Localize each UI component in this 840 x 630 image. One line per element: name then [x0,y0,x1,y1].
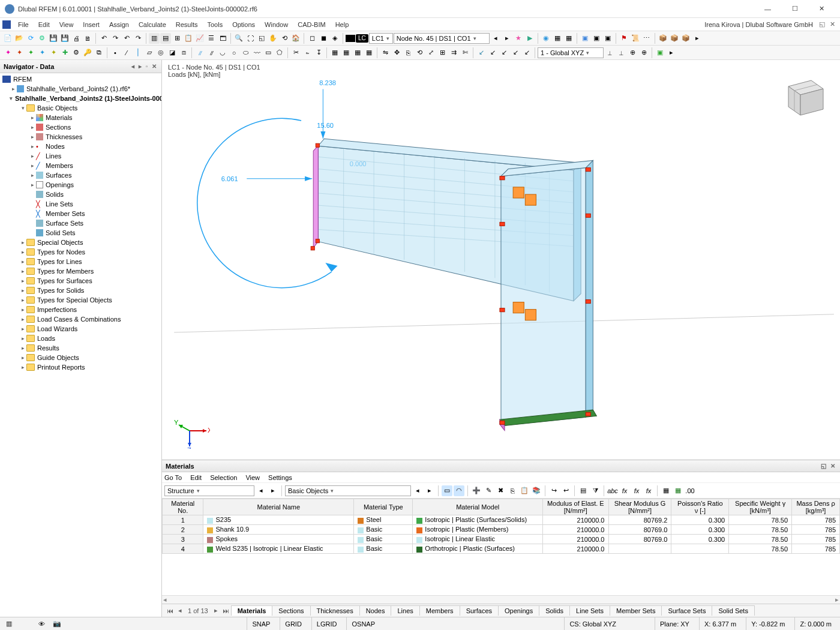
table-icon[interactable]: ⊞ [172,33,182,44]
open-icon[interactable]: 📂 [14,33,25,44]
t2-ax1-icon[interactable]: ↙ [476,47,487,58]
prev-lc-icon[interactable]: ◂ [490,33,501,44]
iso-icon[interactable]: ◈ [329,33,340,44]
overflow-icon[interactable]: ▸ [692,33,703,44]
col-g[interactable]: Shear Modulus G [N/mm²] [608,499,671,515]
menu-options[interactable]: Options [227,20,260,29]
t2-break-icon[interactable]: ✂ [290,47,301,58]
box3-icon[interactable]: 📦 [680,33,691,44]
t2-star1-icon[interactable]: ✦ [2,47,13,58]
t2-cfg-icon[interactable]: ⚙ [71,47,82,58]
mt-next-icon[interactable]: ▸ [268,485,278,496]
tree-types-lines[interactable]: ▸Types for Lines [0,257,161,266]
mt-imp-icon[interactable]: ↩ [560,485,571,496]
menu-cadbim[interactable]: CAD-BIM [293,20,330,29]
chart-icon[interactable]: 📈 [194,33,205,44]
t2-node-icon[interactable]: • [110,47,121,58]
tab-materials[interactable]: Materials [231,605,273,616]
t2-array-icon[interactable]: ⊞ [437,47,448,58]
mt-sel-icon[interactable]: ▭ [442,485,452,496]
close-button[interactable]: ✕ [808,1,835,17]
panel2-icon[interactable]: ▤ [160,33,171,44]
tab-linesets[interactable]: Line Sets [569,605,610,616]
mt-copy-icon[interactable]: ⎘ [507,485,518,496]
mt-filter-icon[interactable]: ⧩ [590,485,601,496]
tree-special[interactable]: ▸Special Objects [0,238,161,247]
materials-menu-view[interactable]: View [245,474,260,481]
col-v[interactable]: Poisson's Ratio ν [-] [671,499,729,515]
tree-imperfections[interactable]: ▸Imperfections [0,305,161,314]
t2-grid2-icon[interactable]: ▦ [341,47,352,58]
status-panel-icon[interactable]: ▥ [4,619,14,629]
t2-arc-icon[interactable]: ◡ [217,47,228,58]
mt-lib-icon[interactable]: 📚 [531,485,542,496]
cube1-icon[interactable]: ◉ [541,33,551,44]
t2-spline-icon[interactable]: 〰 [251,47,262,58]
maximize-button[interactable]: ☐ [781,1,808,17]
table-row[interactable]: 1 S235 Steel Isotropic | Plastic (Surfac… [163,515,840,525]
t2-circle-icon[interactable]: ○ [229,47,239,58]
t2-ext-icon[interactable]: ↧ [313,47,324,58]
view-cube[interactable] [776,72,829,120]
materials-menu-selection[interactable]: Selection [210,474,237,481]
t2-cs4-icon[interactable]: ⊕ [638,47,649,58]
gear-icon[interactable]: ⚙ [37,33,47,44]
t2-key-icon[interactable]: 🔑 [82,47,93,58]
status-osnap[interactable]: OSNAP [346,617,380,630]
mt-add-icon[interactable]: ➕ [471,485,482,496]
tree-loadcases[interactable]: ▸Load Cases & Combinations [0,314,161,324]
script-icon[interactable]: 📜 [630,33,641,44]
tree-members[interactable]: ▸╱Members [0,161,161,170]
star-icon[interactable]: ★ [513,33,524,44]
more-icon[interactable]: ⋯ [641,33,652,44]
eye-icon[interactable]: 👁 [36,619,47,629]
mt-next2-icon[interactable]: ▸ [424,485,435,496]
t2-trim-icon[interactable]: ✄ [460,47,470,58]
tree-types-members[interactable]: ▸Types for Members [0,266,161,276]
doc-icon[interactable]: 🗎 [82,33,93,44]
menu-insert[interactable]: Insert [78,20,104,29]
t2-move-icon[interactable]: ✥ [391,47,402,58]
rotate-icon[interactable]: ⟲ [279,33,290,44]
redo-icon[interactable]: ↷ [110,33,121,44]
mt-fx3-icon[interactable]: fx [631,485,642,496]
render2-icon[interactable]: ▣ [591,33,602,44]
t2-star4-icon[interactable]: ✦ [37,47,47,58]
new-icon[interactable]: 📄 [2,33,13,44]
t2-rect-icon[interactable]: ▭ [263,47,274,58]
tab-membersets[interactable]: Member Sets [610,605,662,616]
box1-icon[interactable]: 📦 [658,33,668,44]
t2-cs3-icon[interactable]: ⊕ [627,47,638,58]
mt-lasso-icon[interactable]: ◠ [454,485,464,496]
menu-window[interactable]: Window [260,20,293,29]
menu-help[interactable]: Help [331,20,354,29]
t2-grid1-icon[interactable]: ▦ [329,47,340,58]
col-name[interactable]: Material Name [203,499,354,515]
mt-exp-icon[interactable]: ↪ [548,485,559,496]
print-icon[interactable]: 🖨 [71,33,82,44]
refresh-icon[interactable]: ⟳ [25,33,36,44]
color-swatch[interactable] [346,35,355,42]
t2-filter-icon[interactable]: ⧉ [94,47,104,58]
tree-solidsets[interactable]: Solid Sets [0,228,161,238]
tree-openings[interactable]: ▸Openings [0,180,161,190]
menu-edit[interactable]: Edit [34,20,55,29]
col-no[interactable]: Material No. [163,499,203,515]
mt-view-icon[interactable]: ▤ [578,485,589,496]
menu-view[interactable]: View [55,20,79,29]
tree-lines[interactable]: ▸╱Lines [0,151,161,161]
materials-panel-controls[interactable]: ◱ ✕ [821,463,836,469]
col-d[interactable]: Mass Dens ρ [kg/m³] [792,499,840,515]
table-row[interactable]: 2 Shank 10.9 Basic Isotropic | Plastic (… [163,525,840,535]
panel1-icon[interactable]: ▥ [149,33,160,44]
mt-prev2-icon[interactable]: ◂ [412,485,423,496]
box2-icon[interactable]: 📦 [669,33,680,44]
mt-paste-icon[interactable]: 📋 [519,485,530,496]
basicobj-combo[interactable]: Basic Objects [285,485,411,496]
zoom-fit-icon[interactable]: ⛶ [245,33,256,44]
tree-types-solids[interactable]: ▸Types for Solids [0,286,161,295]
status-grid[interactable]: GRID [280,617,307,630]
t2-grid4-icon[interactable]: ▦ [364,47,374,58]
tab-thicknesses[interactable]: Thicknesses [310,605,360,616]
t2-offset-icon[interactable]: ⇉ [448,47,459,58]
